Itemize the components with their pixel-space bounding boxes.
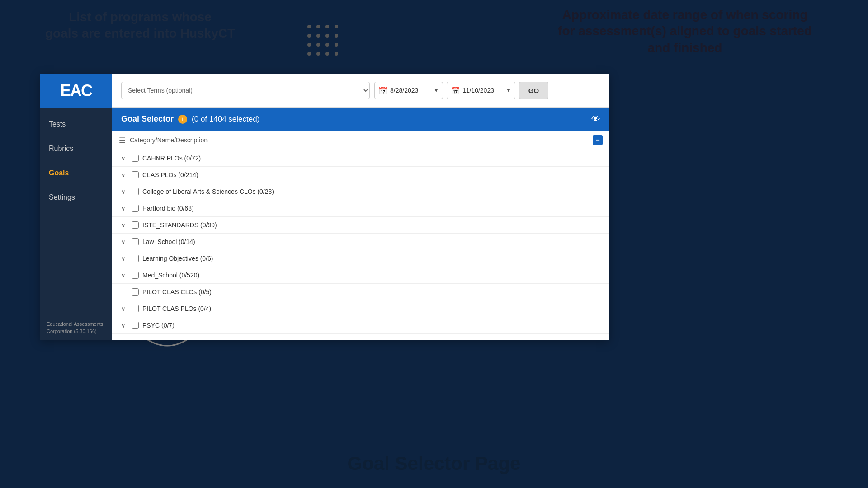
row-label: College of Liberal Arts & Sciences CLOs … <box>142 188 603 195</box>
table-row: ∨PILOT CLAS PLOs (0/4) <box>112 300 609 317</box>
row-label: PILOT CLAS PLOs (0/4) <box>142 305 603 312</box>
row-chevron[interactable]: ∨ <box>119 305 128 312</box>
row-chevron[interactable]: ∨ <box>119 205 128 212</box>
page-title: Goal Selector Page <box>0 453 868 474</box>
end-date-wrapper: 📅 ▼ <box>447 82 515 99</box>
table-row: ∨Law_School (0/14) <box>112 234 609 250</box>
end-date-input[interactable] <box>462 87 503 94</box>
table-row: ∨CAHNR PLOs (0/72) <box>112 150 609 167</box>
table-row: ∨ISTE_STANDARDS (0/99) <box>112 217 609 234</box>
row-chevron[interactable]: ∨ <box>119 188 128 195</box>
eye-icon[interactable]: 👁 <box>591 114 600 124</box>
sidebar-item-goals[interactable]: Goals <box>40 161 112 185</box>
annotation-top-right: Approximate date range of when scoring f… <box>538 7 832 56</box>
end-date-arrow[interactable]: ▼ <box>506 87 511 94</box>
row-chevron[interactable]: ∨ <box>119 222 128 229</box>
row-label: PSYC (0/7) <box>142 322 603 329</box>
row-label: CAHNR PLOs (0/72) <box>142 155 603 162</box>
row-label: Learning Objectives (0/6) <box>142 255 603 262</box>
annotation-top-left: List of programs whose goals are entered… <box>27 9 253 42</box>
nav-menu: Tests Rubrics Goals Settings <box>40 108 112 315</box>
toolbar: Select Terms (optional) 📅 ▼ 📅 ▼ GO <box>112 74 609 108</box>
row-chevron[interactable]: ∨ <box>119 239 128 245</box>
row-checkbox[interactable] <box>132 188 139 195</box>
table-row: ∨Learning Objectives (0/6) <box>112 250 609 267</box>
logo-area: EAC <box>40 74 112 108</box>
row-checkbox[interactable] <box>132 255 139 262</box>
selected-count: (0 of 1404 selected) <box>192 115 259 124</box>
logo: EAC <box>60 81 92 100</box>
row-label: PILOT CLAS CLOs (0/5) <box>142 288 603 296</box>
column-header: Category/Name/Description <box>130 136 593 144</box>
table-row: ∨PSYC (0/7) <box>112 317 609 334</box>
table-row: PILOT CLAS CLOs (0/5) <box>112 284 609 300</box>
sidebar-item-rubrics[interactable]: Rubrics <box>40 136 112 161</box>
row-label: ISTE_STANDARDS (0/99) <box>142 221 603 229</box>
row-checkbox[interactable] <box>132 155 139 162</box>
row-checkbox[interactable] <box>132 238 139 245</box>
row-chevron[interactable]: ∨ <box>119 155 128 162</box>
row-checkbox[interactable] <box>132 288 139 296</box>
goal-selector-label: Goal Selector <box>121 114 174 124</box>
table-row: ∨CLAS PLOs (0/214) <box>112 167 609 183</box>
row-label: CLAS PLOs (0/214) <box>142 171 603 178</box>
main-content: Select Terms (optional) 📅 ▼ 📅 ▼ GO Goal <box>112 74 609 340</box>
row-chevron[interactable]: ∨ <box>119 255 128 262</box>
table-body[interactable]: ∨CAHNR PLOs (0/72)∨CLAS PLOs (0/214)∨Col… <box>112 150 609 335</box>
table-row: ∨Med_School (0/520) <box>112 267 609 284</box>
row-chevron[interactable]: ∨ <box>119 322 128 329</box>
row-checkbox[interactable] <box>132 272 139 279</box>
start-date-arrow[interactable]: ▼ <box>434 87 439 94</box>
info-badge[interactable]: i <box>178 115 187 124</box>
minus-button[interactable]: − <box>593 135 603 145</box>
sidebar: EAC Tests Rubrics Goals Settings Educati… <box>40 74 112 340</box>
calendar-start-icon: 📅 <box>378 86 387 95</box>
row-checkbox[interactable] <box>132 171 139 178</box>
row-chevron[interactable]: ∨ <box>119 272 128 279</box>
dots-decoration <box>307 25 340 57</box>
term-select[interactable]: Select Terms (optional) <box>121 82 370 99</box>
sidebar-item-tests[interactable]: Tests <box>40 112 112 136</box>
sidebar-item-settings[interactable]: Settings <box>40 185 112 210</box>
row-checkbox[interactable] <box>132 205 139 212</box>
app-container: EAC Tests Rubrics Goals Settings Educati… <box>40 74 609 340</box>
row-chevron[interactable]: ∨ <box>119 172 128 178</box>
date-group: 📅 ▼ 📅 ▼ GO <box>374 82 548 99</box>
row-label: Law_School (0/14) <box>142 238 603 245</box>
goal-selector-header: Goal Selector i (0 of 1404 selected) 👁 <box>112 108 609 131</box>
table-header: ☰ Category/Name/Description − <box>112 131 609 150</box>
row-checkbox[interactable] <box>132 305 139 312</box>
row-label: Hartford bio (0/68) <box>142 205 603 212</box>
filter-icon[interactable]: ☰ <box>119 136 125 145</box>
start-date-wrapper: 📅 ▼ <box>374 82 443 99</box>
sidebar-footer: Educational Assessments Corporation (5.3… <box>40 315 112 340</box>
table-row: ∨College of Liberal Arts & Sciences CLOs… <box>112 183 609 200</box>
goal-table: ☰ Category/Name/Description − ∨CAHNR PLO… <box>112 131 609 340</box>
goal-selector-title: Goal Selector i (0 of 1404 selected) <box>121 114 259 124</box>
table-row: ∨Hartford bio (0/68) <box>112 200 609 217</box>
row-checkbox[interactable] <box>132 221 139 229</box>
go-button[interactable]: GO <box>519 82 548 99</box>
calendar-end-icon: 📅 <box>451 86 460 95</box>
row-checkbox[interactable] <box>132 322 139 329</box>
row-label: Med_School (0/520) <box>142 272 603 279</box>
start-date-input[interactable] <box>390 87 431 94</box>
